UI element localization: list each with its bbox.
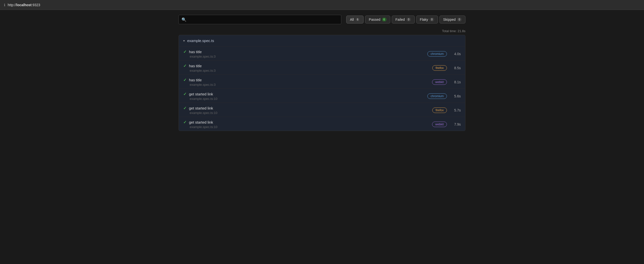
filter-flaky-count: 0: [430, 17, 434, 21]
results-container: ▾ example.spec.ts ✓ has title example.sp…: [178, 35, 466, 131]
filter-flaky-label: Flaky: [420, 17, 428, 21]
pass-icon: ✓: [183, 92, 186, 96]
test-duration: 8.1s: [451, 80, 461, 84]
test-right: webkit 8.1s: [432, 79, 461, 85]
table-row[interactable]: ✓ has title example.spec.ts:3 firefox 8.…: [179, 60, 465, 75]
table-row[interactable]: ✓ get started link example.spec.ts:10 fi…: [179, 103, 465, 117]
test-name: has title: [189, 50, 202, 54]
spec-filename: example.spec.ts: [187, 38, 214, 43]
test-right: chromium 4.0s: [427, 51, 461, 57]
test-duration: 5.6s: [451, 94, 461, 98]
browser-badge-webkit: webkit: [432, 122, 447, 127]
spec-header[interactable]: ▾ example.spec.ts: [179, 35, 465, 46]
search-icon: 🔍: [182, 17, 186, 22]
filter-all-label: All: [350, 17, 354, 21]
filter-passed-button[interactable]: Passed 6: [365, 15, 390, 23]
test-name: get started link: [189, 106, 213, 110]
table-row[interactable]: ✓ get started link example.spec.ts:10 ch…: [179, 89, 465, 103]
test-left: ✓ get started link example.spec.ts:10: [183, 106, 218, 115]
filter-all-button[interactable]: All 6: [346, 15, 364, 23]
test-right: webkit 7.9s: [432, 122, 461, 127]
test-location: example.spec.ts:3: [190, 69, 216, 72]
chevron-down-icon: ▾: [183, 39, 185, 42]
pass-icon: ✓: [183, 78, 186, 82]
test-left: ✓ has title example.spec.ts:3: [183, 63, 216, 72]
filter-buttons: All 6 Passed 6 Failed 0 Flaky 0 Skipped …: [346, 15, 466, 23]
browser-bar: ℹ http://localhost:9323: [0, 0, 644, 10]
filter-passed-count: 6: [382, 17, 386, 21]
spec-group: ▾ example.spec.ts ✓ has title example.sp…: [178, 35, 466, 131]
total-time: Total time: 21.8s: [178, 29, 466, 33]
test-name: get started link: [189, 92, 213, 96]
filter-skipped-count: 0: [457, 17, 462, 21]
test-duration: 8.5s: [451, 66, 461, 70]
table-row[interactable]: ✓ get started link example.spec.ts:10 we…: [179, 117, 465, 131]
test-name: has title: [189, 78, 202, 82]
test-location: example.spec.ts:10: [190, 111, 218, 115]
search-input[interactable]: [178, 15, 341, 24]
test-left: ✓ get started link example.spec.ts:10: [183, 92, 218, 101]
test-left: ✓ has title example.spec.ts:3: [183, 49, 216, 58]
browser-badge-chromium: chromium: [427, 93, 447, 99]
browser-badge-webkit: webkit: [432, 79, 447, 85]
browser-badge-chromium: chromium: [427, 51, 447, 57]
test-name: get started link: [189, 120, 213, 124]
pass-icon: ✓: [183, 63, 186, 68]
filter-all-count: 6: [356, 17, 360, 21]
test-right: firefox 8.5s: [432, 65, 461, 71]
table-row[interactable]: ✓ has title example.spec.ts:3 chromium 4…: [179, 46, 465, 60]
test-right: chromium 5.6s: [427, 93, 461, 99]
browser-badge-firefox: firefox: [432, 65, 447, 71]
filter-skipped-label: Skipped: [443, 17, 456, 21]
test-duration: 7.9s: [451, 122, 461, 126]
test-duration: 5.7s: [451, 108, 461, 112]
test-name: has title: [189, 64, 202, 68]
test-location: example.spec.ts:3: [190, 55, 216, 58]
toolbar: 🔍 All 6 Passed 6 Failed 0 Flaky 0 Skippe…: [178, 15, 466, 24]
test-location: example.spec.ts:10: [190, 97, 218, 101]
filter-failed-label: Failed: [396, 17, 405, 21]
test-left: ✓ has title example.spec.ts:3: [183, 78, 216, 86]
pass-icon: ✓: [183, 49, 186, 54]
url-display: http://localhost:9323: [8, 3, 40, 7]
filter-skipped-button[interactable]: Skipped 0: [440, 15, 466, 23]
filter-failed-button[interactable]: Failed 0: [392, 15, 415, 23]
security-icon: ℹ: [4, 3, 5, 7]
browser-badge-firefox: firefox: [432, 108, 447, 113]
filter-passed-label: Passed: [369, 17, 380, 21]
test-location: example.spec.ts:10: [190, 125, 218, 129]
filter-flaky-button[interactable]: Flaky 0: [416, 15, 438, 23]
test-location: example.spec.ts:3: [190, 83, 216, 86]
test-right: firefox 5.7s: [432, 108, 461, 113]
table-row[interactable]: ✓ has title example.spec.ts:3 webkit 8.1…: [179, 75, 465, 89]
pass-icon: ✓: [183, 120, 186, 125]
search-container: 🔍: [178, 15, 341, 24]
filter-failed-count: 0: [406, 17, 411, 21]
pass-icon: ✓: [183, 106, 186, 110]
test-left: ✓ get started link example.spec.ts:10: [183, 120, 218, 129]
test-duration: 4.0s: [451, 52, 461, 56]
